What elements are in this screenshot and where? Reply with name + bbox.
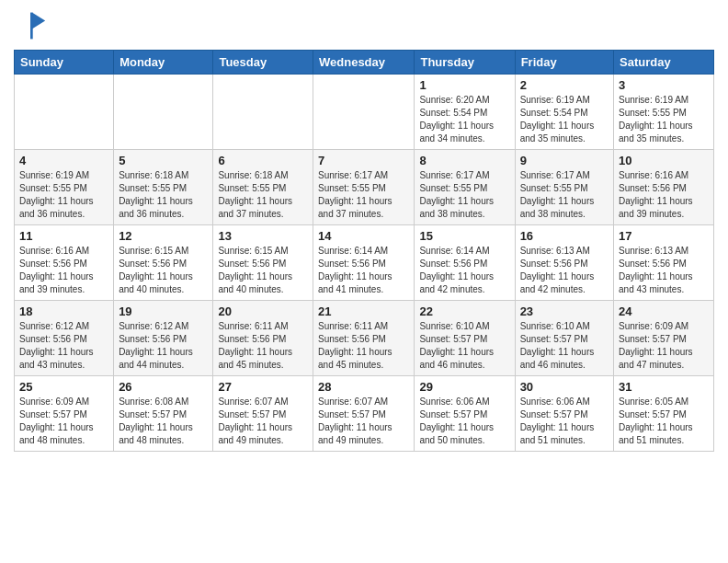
calendar-cell: 20Sunrise: 6:11 AMSunset: 5:56 PMDayligh… bbox=[213, 301, 313, 376]
day-number: 17 bbox=[619, 229, 709, 243]
day-number: 8 bbox=[419, 154, 509, 167]
day-info: Sunrise: 6:14 AMSunset: 5:56 PMDaylight:… bbox=[419, 245, 509, 296]
day-info: Sunrise: 6:19 AMSunset: 5:55 PMDaylight:… bbox=[19, 169, 108, 221]
day-info: Sunrise: 6:11 AMSunset: 5:56 PMDaylight:… bbox=[218, 320, 308, 372]
day-info: Sunrise: 6:17 AMSunset: 5:55 PMDaylight:… bbox=[520, 169, 609, 221]
calendar-cell: 1Sunrise: 6:20 AMSunset: 5:54 PMDaylight… bbox=[415, 75, 515, 150]
calendar-cell: 26Sunrise: 6:08 AMSunset: 5:57 PMDayligh… bbox=[114, 376, 213, 452]
day-info: Sunrise: 6:05 AMSunset: 5:57 PMDaylight:… bbox=[619, 396, 709, 447]
svg-marker-0 bbox=[32, 13, 45, 29]
calendar-cell: 14Sunrise: 6:14 AMSunset: 5:56 PMDayligh… bbox=[313, 225, 415, 301]
calendar-cell: 11Sunrise: 6:16 AMSunset: 5:56 PMDayligh… bbox=[15, 225, 114, 301]
calendar-cell: 17Sunrise: 6:13 AMSunset: 5:56 PMDayligh… bbox=[614, 225, 714, 301]
day-number: 28 bbox=[318, 380, 409, 394]
day-number: 12 bbox=[119, 229, 208, 243]
weekday-header-sunday: Sunday bbox=[15, 51, 114, 75]
page: SundayMondayTuesdayWednesdayThursdayFrid… bbox=[0, 0, 728, 465]
calendar-cell: 3Sunrise: 6:19 AMSunset: 5:55 PMDaylight… bbox=[614, 75, 714, 150]
day-number: 11 bbox=[19, 229, 108, 243]
day-number: 27 bbox=[218, 380, 308, 394]
day-number: 2 bbox=[520, 78, 609, 92]
day-info: Sunrise: 6:06 AMSunset: 5:57 PMDaylight:… bbox=[520, 396, 609, 447]
day-info: Sunrise: 6:19 AMSunset: 5:55 PMDaylight:… bbox=[619, 94, 709, 145]
calendar-cell: 12Sunrise: 6:15 AMSunset: 5:56 PMDayligh… bbox=[114, 225, 213, 301]
day-number: 22 bbox=[419, 304, 509, 318]
day-info: Sunrise: 6:07 AMSunset: 5:57 PMDaylight:… bbox=[218, 396, 308, 447]
day-number: 1 bbox=[419, 78, 509, 92]
calendar-cell: 30Sunrise: 6:06 AMSunset: 5:57 PMDayligh… bbox=[515, 376, 613, 452]
day-info: Sunrise: 6:13 AMSunset: 5:56 PMDaylight:… bbox=[520, 245, 609, 296]
calendar-cell: 15Sunrise: 6:14 AMSunset: 5:56 PMDayligh… bbox=[415, 225, 515, 301]
calendar-cell: 10Sunrise: 6:16 AMSunset: 5:56 PMDayligh… bbox=[614, 150, 714, 225]
day-info: Sunrise: 6:13 AMSunset: 5:56 PMDaylight:… bbox=[619, 245, 709, 296]
day-info: Sunrise: 6:20 AMSunset: 5:54 PMDaylight:… bbox=[419, 94, 509, 145]
day-info: Sunrise: 6:19 AMSunset: 5:54 PMDaylight:… bbox=[520, 94, 609, 145]
calendar-week-row: 1Sunrise: 6:20 AMSunset: 5:54 PMDaylight… bbox=[15, 75, 714, 150]
calendar-cell: 21Sunrise: 6:11 AMSunset: 5:56 PMDayligh… bbox=[313, 301, 415, 376]
calendar-cell: 31Sunrise: 6:05 AMSunset: 5:57 PMDayligh… bbox=[614, 376, 714, 452]
day-number: 18 bbox=[19, 304, 108, 318]
calendar-cell: 9Sunrise: 6:17 AMSunset: 5:55 PMDaylight… bbox=[515, 150, 613, 225]
day-info: Sunrise: 6:17 AMSunset: 5:55 PMDaylight:… bbox=[419, 169, 509, 221]
day-info: Sunrise: 6:08 AMSunset: 5:57 PMDaylight:… bbox=[119, 396, 208, 447]
day-info: Sunrise: 6:15 AMSunset: 5:56 PMDaylight:… bbox=[218, 245, 308, 296]
calendar-cell: 24Sunrise: 6:09 AMSunset: 5:57 PMDayligh… bbox=[614, 301, 714, 376]
day-number: 19 bbox=[119, 304, 208, 318]
day-number: 30 bbox=[520, 380, 609, 394]
day-number: 13 bbox=[218, 229, 308, 243]
day-info: Sunrise: 6:11 AMSunset: 5:56 PMDaylight:… bbox=[318, 320, 409, 372]
calendar-cell bbox=[114, 75, 213, 150]
day-number: 29 bbox=[419, 380, 509, 394]
calendar-cell bbox=[15, 75, 114, 150]
calendar-cell: 5Sunrise: 6:18 AMSunset: 5:55 PMDaylight… bbox=[114, 150, 213, 225]
header bbox=[14, 9, 714, 42]
day-number: 24 bbox=[619, 304, 709, 318]
calendar-week-row: 18Sunrise: 6:12 AMSunset: 5:56 PMDayligh… bbox=[15, 301, 714, 376]
day-info: Sunrise: 6:12 AMSunset: 5:56 PMDaylight:… bbox=[119, 320, 208, 372]
logo-icon bbox=[14, 9, 47, 42]
day-number: 20 bbox=[218, 304, 308, 318]
day-info: Sunrise: 6:14 AMSunset: 5:56 PMDaylight:… bbox=[318, 245, 409, 296]
day-number: 6 bbox=[218, 154, 308, 167]
calendar-week-row: 25Sunrise: 6:09 AMSunset: 5:57 PMDayligh… bbox=[15, 376, 714, 452]
weekday-header-row: SundayMondayTuesdayWednesdayThursdayFrid… bbox=[15, 51, 714, 75]
calendar-cell: 25Sunrise: 6:09 AMSunset: 5:57 PMDayligh… bbox=[15, 376, 114, 452]
calendar-cell: 2Sunrise: 6:19 AMSunset: 5:54 PMDaylight… bbox=[515, 75, 613, 150]
calendar-cell bbox=[213, 75, 313, 150]
calendar-cell: 4Sunrise: 6:19 AMSunset: 5:55 PMDaylight… bbox=[15, 150, 114, 225]
day-info: Sunrise: 6:07 AMSunset: 5:57 PMDaylight:… bbox=[318, 396, 409, 447]
calendar-table: SundayMondayTuesdayWednesdayThursdayFrid… bbox=[14, 50, 714, 452]
day-info: Sunrise: 6:12 AMSunset: 5:56 PMDaylight:… bbox=[19, 320, 108, 372]
day-number: 5 bbox=[119, 154, 208, 167]
day-number: 9 bbox=[520, 154, 609, 167]
day-number: 3 bbox=[619, 78, 709, 92]
svg-rect-1 bbox=[30, 13, 33, 40]
day-info: Sunrise: 6:15 AMSunset: 5:56 PMDaylight:… bbox=[119, 245, 208, 296]
calendar-week-row: 11Sunrise: 6:16 AMSunset: 5:56 PMDayligh… bbox=[15, 225, 714, 301]
calendar-cell: 8Sunrise: 6:17 AMSunset: 5:55 PMDaylight… bbox=[415, 150, 515, 225]
weekday-header-friday: Friday bbox=[515, 51, 613, 75]
calendar-cell: 27Sunrise: 6:07 AMSunset: 5:57 PMDayligh… bbox=[213, 376, 313, 452]
calendar-cell: 6Sunrise: 6:18 AMSunset: 5:55 PMDaylight… bbox=[213, 150, 313, 225]
day-info: Sunrise: 6:09 AMSunset: 5:57 PMDaylight:… bbox=[19, 396, 108, 447]
calendar-cell: 13Sunrise: 6:15 AMSunset: 5:56 PMDayligh… bbox=[213, 225, 313, 301]
day-number: 31 bbox=[619, 380, 709, 394]
day-info: Sunrise: 6:09 AMSunset: 5:57 PMDaylight:… bbox=[619, 320, 709, 372]
day-number: 25 bbox=[19, 380, 108, 394]
weekday-header-thursday: Thursday bbox=[415, 51, 515, 75]
day-number: 4 bbox=[19, 154, 108, 167]
day-info: Sunrise: 6:18 AMSunset: 5:55 PMDaylight:… bbox=[218, 169, 308, 221]
day-info: Sunrise: 6:06 AMSunset: 5:57 PMDaylight:… bbox=[419, 396, 509, 447]
weekday-header-monday: Monday bbox=[114, 51, 213, 75]
calendar-cell: 23Sunrise: 6:10 AMSunset: 5:57 PMDayligh… bbox=[515, 301, 613, 376]
day-info: Sunrise: 6:16 AMSunset: 5:56 PMDaylight:… bbox=[19, 245, 108, 296]
weekday-header-tuesday: Tuesday bbox=[213, 51, 313, 75]
calendar-cell: 18Sunrise: 6:12 AMSunset: 5:56 PMDayligh… bbox=[15, 301, 114, 376]
calendar-cell bbox=[313, 75, 415, 150]
day-info: Sunrise: 6:16 AMSunset: 5:56 PMDaylight:… bbox=[619, 169, 709, 221]
day-number: 15 bbox=[419, 229, 509, 243]
day-info: Sunrise: 6:17 AMSunset: 5:55 PMDaylight:… bbox=[318, 169, 409, 221]
weekday-header-wednesday: Wednesday bbox=[313, 51, 415, 75]
day-number: 16 bbox=[520, 229, 609, 243]
calendar-cell: 22Sunrise: 6:10 AMSunset: 5:57 PMDayligh… bbox=[415, 301, 515, 376]
